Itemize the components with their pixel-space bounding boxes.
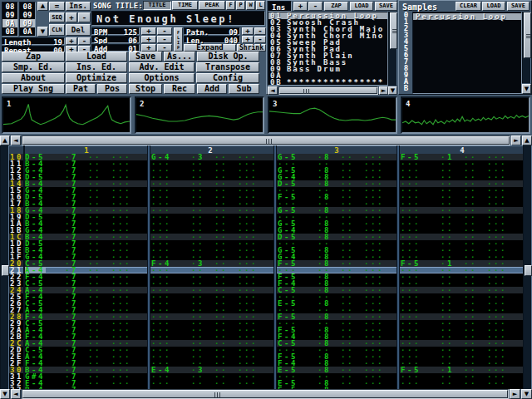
patn-plus-button[interactable]: +	[242, 27, 254, 35]
pattern-scroll-right-button[interactable]: ►	[511, 135, 521, 145]
menu-button-save[interactable]: Save	[129, 52, 162, 62]
sample-load-button[interactable]: LOAD	[482, 2, 505, 11]
menu-button-disk-op[interactable]: Disk Op.	[197, 52, 259, 62]
scroll-thumb[interactable]	[525, 265, 532, 276]
menu-button-stop[interactable]: Stop	[129, 84, 162, 94]
scope-channel-1[interactable]: 1	[2, 96, 131, 134]
position-entry[interactable]: 08	[2, 2, 17, 11]
flip-button[interactable]: F L I P	[174, 27, 183, 52]
instrument-plus-button[interactable]: +	[293, 2, 308, 11]
expand-button[interactable]: Expand	[184, 44, 236, 52]
del-button[interactable]: Del	[66, 24, 91, 36]
pattern-scroll-down-left-button[interactable]: ▼	[0, 389, 10, 399]
cln-button[interactable]: CLN	[49, 24, 65, 36]
instrument-item[interactable]: 0B****************	[268, 79, 387, 86]
pattern-vscroll-left[interactable]	[0, 145, 9, 389]
len-plus-button[interactable]: +	[242, 36, 254, 43]
spd-plus-button[interactable]: +	[141, 36, 156, 43]
instrument-scroll-right-button[interactable]: ►	[379, 86, 388, 95]
mini-button-p[interactable]: P	[236, 1, 245, 10]
scope-channel-2[interactable]: 2	[135, 96, 264, 134]
instrument-scroll-down-button[interactable]: ▼	[388, 86, 397, 95]
ins-minus-button[interactable]: -	[78, 12, 91, 22]
position-entry[interactable]: 0B	[2, 27, 17, 36]
menu-button-add[interactable]: Add	[197, 84, 227, 94]
ins-button[interactable]: Ins.	[66, 2, 91, 11]
menu-button-config[interactable]: Config	[196, 73, 259, 83]
bpm-minus-button[interactable]: -	[157, 27, 172, 35]
sample-item[interactable]: Percussion Loop	[413, 13, 521, 20]
equals-button[interactable]: =	[49, 2, 65, 11]
scope-channel-4[interactable]: 4	[401, 96, 530, 134]
menu-button-pat[interactable]: Pat	[66, 84, 96, 94]
shrink-button[interactable]: Shrink	[237, 44, 266, 52]
pattern-grid[interactable]: 10D-5·7·····G-4·3·····G-5·8·····F-5·1···…	[9, 154, 523, 389]
pattern-scroll-left2-button[interactable]: ◄	[11, 389, 21, 399]
instrument-item[interactable]: 09Bass Drum	[268, 66, 387, 72]
menu-button-optimize[interactable]: Optimize	[66, 73, 127, 83]
sample-index[interactable]: B	[400, 85, 412, 91]
scope-channel-3[interactable]: 3	[268, 96, 397, 134]
add-plus-button[interactable]: +	[141, 44, 156, 52]
position-entry[interactable]: 09	[20, 11, 35, 19]
instrument-list[interactable]: 01Percussion Loop02Swoosh Crash03Synth C…	[268, 12, 388, 86]
add-minus-button[interactable]: -	[157, 44, 172, 52]
menu-button-smp-ed[interactable]: Smp. Ed.	[2, 62, 65, 72]
position-entry[interactable]: 08	[20, 2, 35, 11]
instrument-scroll-left-button[interactable]: ◄	[268, 86, 278, 95]
len-minus-button[interactable]: -	[254, 36, 266, 43]
menu-button-load[interactable]: Load	[66, 52, 127, 62]
menu-button-about[interactable]: About	[2, 73, 65, 83]
position-entry[interactable]: 0A	[20, 27, 35, 36]
menu-button-play-sng[interactable]: Play Sng	[2, 84, 65, 94]
menu-button-adv-edit[interactable]: Adv. Edit	[129, 62, 195, 72]
menu-button-options[interactable]: Options	[129, 73, 195, 83]
pattern-vscroll-right[interactable]	[523, 145, 532, 389]
position-entry[interactable]: 09	[2, 11, 17, 19]
length-plus-button[interactable]: +	[66, 37, 77, 45]
scroll-thumb[interactable]	[2, 265, 9, 276]
pattern-hscroll-top[interactable]	[22, 135, 510, 145]
position-entry[interactable]: 0A	[2, 19, 17, 27]
menu-button-pos[interactable]: Pos	[97, 84, 127, 94]
menu-button-sub[interactable]: Sub	[229, 84, 259, 94]
position-entry[interactable]: 09	[20, 19, 35, 27]
pattern-hscroll-bottom[interactable]	[22, 389, 509, 399]
sample-save-button[interactable]: SAVE	[507, 2, 530, 11]
pattern-scroll-right2-button[interactable]: ►	[510, 389, 520, 399]
tab-time[interactable]: TIME	[172, 1, 198, 10]
patn-minus-button[interactable]: -	[254, 27, 266, 35]
menu-button-as[interactable]: As...	[164, 52, 195, 62]
menu-button-zap[interactable]: Zap	[2, 52, 65, 62]
mini-button-f[interactable]: F	[226, 1, 235, 10]
tab-peak[interactable]: PEAK	[199, 1, 225, 10]
mini-button-w[interactable]: W	[246, 1, 255, 10]
sample-clear-button[interactable]: CLEAR	[456, 2, 481, 11]
ins-plus-button[interactable]: +	[66, 12, 77, 22]
instrument-minus-button[interactable]: -	[308, 2, 323, 11]
seq-button[interactable]: SEQ	[49, 12, 65, 22]
song-title-box[interactable]: Not Enough Sleep!	[91, 11, 265, 26]
sample-scrollbar[interactable]	[522, 12, 531, 83]
spd-minus-button[interactable]: -	[157, 36, 172, 43]
sample-list[interactable]: Percussion Loop	[412, 12, 522, 94]
menu-button-rec[interactable]: Rec	[164, 84, 195, 94]
position-up-button[interactable]: ▲	[37, 2, 48, 11]
pattern-scroll-up-right-button[interactable]: ▲	[522, 135, 532, 145]
tab-title[interactable]: TITLE	[143, 1, 171, 10]
instrument-scrollbar[interactable]	[388, 12, 397, 86]
mini-button-l[interactable]: L	[256, 1, 265, 10]
length-minus-button[interactable]: -	[78, 37, 91, 45]
pattern-scroll-up-left-button[interactable]: ▲	[0, 135, 10, 145]
pattern-scroll-left-button[interactable]: ◄	[11, 135, 21, 145]
position-list-col1[interactable]: 08090A0B	[2, 2, 18, 37]
instrument-load-button[interactable]: LOAD	[350, 2, 373, 11]
instrument-zap-button[interactable]: ZAP	[324, 2, 348, 11]
position-down-button[interactable]: ▼	[37, 27, 48, 37]
bpm-plus-button[interactable]: +	[141, 27, 156, 35]
menu-button-transpose[interactable]: Transpose	[196, 62, 259, 72]
sample-scroll-down-button[interactable]: ▼	[522, 84, 531, 94]
pattern-scroll-down-right-button[interactable]: ▼	[521, 389, 532, 399]
instrument-save-button[interactable]: SAVE	[375, 2, 397, 11]
menu-button-ins-ed[interactable]: Ins. Ed.	[66, 62, 127, 72]
